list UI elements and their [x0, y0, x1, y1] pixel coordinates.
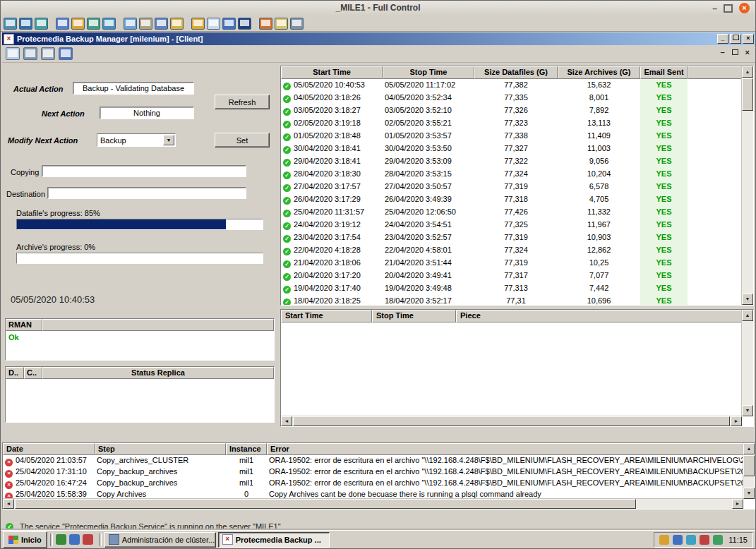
table-row[interactable]: ✓04/05/2020 3:18:26 04/05/2020 3:52:34 7… [281, 92, 742, 104]
replica-column-c[interactable]: C.. [24, 367, 42, 379]
column-header-email-sent[interactable]: Email Sent [640, 66, 688, 79]
table-row[interactable]: ✓27/04/2020 3:17:57 27/04/2020 3:50:57 7… [281, 181, 742, 193]
chevron-down-icon[interactable]: ▼ [163, 135, 174, 145]
set-button[interactable]: Set [215, 133, 270, 147]
scroll-left-icon[interactable]: ◄ [281, 416, 292, 426]
column-header-piece[interactable]: Piece [456, 310, 742, 322]
table-row[interactable]: ✓29/04/2020 3:18:41 29/04/2020 3:53:09 7… [281, 155, 742, 168]
column-header-error[interactable]: Error [267, 443, 743, 455]
share-icon[interactable] [155, 18, 168, 30]
table-row[interactable]: ✓18/04/2020 3:18:25 18/04/2020 3:52:17 7… [281, 295, 742, 305]
restore-icon[interactable] [724, 4, 733, 13]
next-action-field[interactable] [100, 107, 194, 119]
minimize-icon[interactable]: _ [717, 34, 728, 44]
table-row[interactable]: ✓02/05/2020 3:19:18 02/05/2020 3:55:21 7… [281, 117, 742, 130]
copying-field[interactable] [42, 165, 246, 177]
column-header-step[interactable]: Step [95, 443, 226, 455]
table-row[interactable]: ✓22/04/2020 4:18:28 22/04/2020 4:58:01 7… [281, 244, 742, 257]
table-row[interactable]: ✓26/04/2020 3:17:29 26/04/2020 3:49:39 7… [281, 193, 742, 206]
replica-column-status[interactable]: Status Replica [42, 367, 274, 379]
smartcard-icon[interactable] [71, 18, 85, 30]
screen-view-icon[interactable] [4, 18, 17, 30]
horizontal-scrollbar[interactable]: ◄ ► [3, 498, 743, 509]
table-row[interactable]: ×25/04/2020 17:31:10 Copy_backup_archive… [3, 466, 743, 478]
mdi-restore-icon[interactable] [732, 49, 738, 55]
taskbar-button-cluster-admin[interactable]: Administración de clúster... [104, 532, 216, 548]
destination-field[interactable] [47, 187, 246, 199]
column-header-size-archives[interactable]: Size Archives (G) [558, 66, 640, 79]
chat-icon[interactable] [87, 18, 100, 30]
browser-icon[interactable] [69, 534, 80, 545]
tray-network-icon[interactable] [673, 535, 683, 545]
show-desktop-icon[interactable] [56, 534, 66, 545]
minimize-icon[interactable]: – [712, 4, 717, 13]
scroll-down-icon[interactable]: ▼ [742, 294, 753, 305]
table-row[interactable]: ✓19/04/2020 3:17:40 19/04/2020 3:49:48 7… [281, 282, 742, 295]
table-row[interactable]: ✓05/05/2020 10:40:53 05/05/2020 11:17:02… [281, 79, 742, 92]
vertical-scrollbar[interactable]: ▲ ▼ [741, 66, 753, 305]
column-header-date[interactable]: Date [3, 443, 95, 455]
horizontal-scrollbar[interactable]: ◄ ► [281, 416, 742, 426]
vertical-scrollbar[interactable]: ▲ ▼ [743, 443, 755, 499]
column-header-start-time[interactable]: Start Time [281, 310, 372, 322]
screen-full-icon[interactable] [19, 18, 32, 30]
scroll-right-icon[interactable]: ► [731, 416, 742, 426]
app-titlebar[interactable]: × Protecmedia Backup Manager [milenium] … [2, 32, 755, 45]
column-header-size-datafiles[interactable]: Size Datafiles (G) [474, 66, 558, 79]
table-row[interactable]: ✓28/04/2020 3:18:30 28/04/2020 3:53:15 7… [281, 168, 742, 181]
folder-lock-icon[interactable] [170, 18, 184, 30]
table-row[interactable]: ×04/05/2020 21:03:57 Copy_archives_CLUST… [3, 455, 743, 466]
monitor-dark-icon[interactable] [238, 18, 251, 30]
actual-action-field[interactable] [73, 82, 194, 95]
modify-next-action-select[interactable]: Backup ▼ [97, 133, 176, 147]
table-row[interactable]: ✓30/04/2020 3:18:41 30/04/2020 3:53:50 7… [281, 143, 742, 155]
column-header-stop-time[interactable]: Stop Time [372, 310, 456, 322]
tray-antivirus-icon[interactable] [700, 535, 709, 545]
monitor-on-icon[interactable] [222, 18, 236, 30]
mdi-close-icon[interactable]: × [745, 48, 750, 56]
table-row[interactable]: ✓20/04/2020 3:17:20 20/04/2020 3:49:41 7… [281, 270, 742, 282]
tray-update-icon[interactable] [659, 535, 669, 545]
print-icon[interactable] [41, 47, 55, 60]
table-row[interactable]: ✓01/05/2020 3:18:48 01/05/2020 3:53:57 7… [281, 130, 742, 143]
scroll-up-icon[interactable]: ▲ [743, 443, 755, 454]
vertical-scrollbar[interactable]: ▲ ▼ [741, 310, 753, 416]
table-row[interactable]: ×25/04/2020 15:58:39 Copy Archives 0 Cop… [3, 489, 743, 499]
message-icon[interactable] [124, 18, 137, 30]
rman-column-header[interactable]: RMAN [6, 319, 42, 331]
tools-icon[interactable] [290, 18, 304, 30]
start-button[interactable]: Inicio [3, 531, 47, 548]
scroll-right-icon[interactable]: ► [732, 499, 743, 509]
sync-icon[interactable] [56, 18, 69, 30]
table-row[interactable]: ✓03/05/2020 3:18:27 03/05/2020 3:52:10 7… [281, 104, 742, 117]
remote-window-titlebar[interactable]: _MILE1 - Full Control – × [1, 1, 755, 17]
table-row[interactable]: ✓21/04/2020 3:18:06 21/04/2020 3:51:44 7… [281, 257, 742, 270]
scrollbar-thumb[interactable] [743, 455, 755, 476]
taskbar-clock[interactable]: 11:15 [728, 536, 748, 544]
search-icon[interactable] [23, 47, 37, 60]
scroll-down-icon[interactable]: ▼ [742, 405, 753, 416]
scrollbar-thumb[interactable] [293, 416, 730, 426]
mail-icon[interactable] [275, 18, 288, 30]
table-row[interactable]: ✓25/04/2020 11:31:57 25/04/2020 12:06:50… [281, 206, 742, 219]
scrollbar-thumb[interactable] [742, 78, 753, 111]
snapshot-icon[interactable] [259, 18, 272, 30]
close-icon[interactable]: × [743, 34, 754, 44]
table-row[interactable]: ×25/04/2020 16:47:24 Copy_backup_archive… [3, 478, 743, 489]
taskbar-button-protecmedia-backup[interactable]: × Protecmedia Backup ... [218, 532, 330, 548]
tray-display-icon[interactable] [686, 535, 696, 545]
table-row[interactable]: ✓24/04/2020 3:19:12 24/04/2020 3:54:51 7… [281, 219, 742, 231]
media-icon[interactable] [83, 534, 93, 545]
scroll-down-icon[interactable]: ▼ [743, 488, 755, 499]
screen-refresh-icon[interactable] [35, 18, 48, 30]
column-header-stop-time[interactable]: Stop Time [383, 66, 474, 79]
scroll-up-icon[interactable]: ▲ [742, 310, 753, 321]
report-icon[interactable] [6, 47, 20, 60]
scroll-up-icon[interactable]: ▲ [742, 66, 753, 78]
scrollbar-thumb[interactable] [15, 499, 636, 509]
restore-icon[interactable] [730, 34, 741, 44]
close-icon[interactable]: × [739, 3, 750, 13]
scroll-left-icon[interactable]: ◄ [3, 499, 14, 509]
monitor-off-icon[interactable] [207, 18, 220, 30]
refresh-button[interactable]: Refresh [215, 95, 270, 109]
